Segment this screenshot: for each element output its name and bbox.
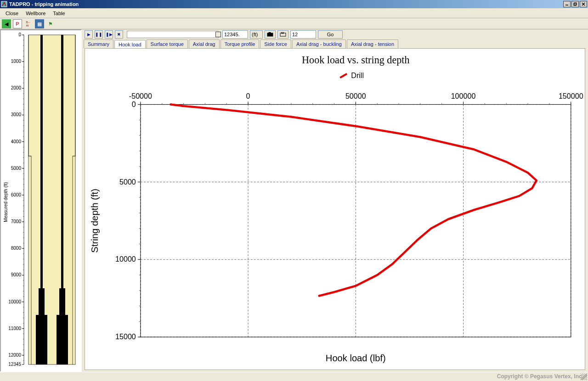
svg-rect-112 <box>269 32 271 34</box>
svg-text:Hook load (lbf): Hook load (lbf) <box>326 353 386 363</box>
go-button[interactable]: Go <box>318 30 343 39</box>
player-bar: ▶❚❚❚▶✖12345.(ft)12Go <box>82 29 588 39</box>
statusbar: Copyright © Pegasus Vertex, Inc. <box>0 372 588 381</box>
svg-text:3000: 3000 <box>11 112 22 117</box>
svg-text:8000: 8000 <box>11 246 22 251</box>
svg-rect-108 <box>59 288 65 315</box>
svg-text:100000: 100000 <box>451 92 476 100</box>
svg-text:10000: 10000 <box>8 299 21 304</box>
tab-surface-torque[interactable]: Surface torque <box>147 39 188 48</box>
menu-table[interactable]: Table <box>49 10 68 17</box>
svg-text:6000: 6000 <box>11 192 22 197</box>
svg-rect-106 <box>61 35 63 288</box>
svg-text:String depth (ft): String depth (ft) <box>90 189 100 253</box>
grid-icon[interactable]: ▦ <box>35 19 44 28</box>
slider-thumb[interactable] <box>215 32 221 37</box>
frame-field[interactable]: 12 <box>290 30 316 39</box>
tab-summary[interactable]: Summary <box>84 39 113 48</box>
svg-text:-50000: -50000 <box>129 92 152 100</box>
depth-field[interactable]: 12345. <box>222 30 248 39</box>
svg-text:15000: 15000 <box>115 332 136 341</box>
window-titlebar: TADPRO - tripping animation <box>0 0 588 8</box>
svg-rect-107 <box>39 288 45 315</box>
app-icon <box>1 1 7 7</box>
svg-text:12000: 12000 <box>8 353 21 358</box>
units-icon[interactable]: ft← m <box>24 19 33 28</box>
toolbar: ◀Pft← m▦⚑ <box>0 18 588 29</box>
copyright-text: Copyright © Pegasus Vertex, Inc. <box>497 373 583 380</box>
svg-text:5000: 5000 <box>11 166 22 171</box>
svg-text:Drill: Drill <box>351 71 364 79</box>
camera-icon[interactable] <box>265 30 276 39</box>
hook-load-chart: Hook load vs. string depthDrill-50000050… <box>85 49 585 370</box>
wellbore-pane: 0100020003000400050006000700080009000100… <box>0 29 82 372</box>
step-icon[interactable]: ❚▶ <box>105 30 113 39</box>
restore-button[interactable] <box>571 1 579 7</box>
svg-text:Measured depth (ft): Measured depth (ft) <box>4 182 8 222</box>
flag-icon[interactable]: ⚑ <box>46 19 55 28</box>
tab-hook-load[interactable]: Hook load <box>114 40 146 49</box>
svg-text:2000: 2000 <box>11 85 22 90</box>
menubar: Close Wellbore Table <box>0 8 588 18</box>
animation-slider[interactable] <box>127 31 219 38</box>
svg-text:7000: 7000 <box>11 219 22 224</box>
svg-text:Hook load vs. string depth: Hook load vs. string depth <box>302 54 409 66</box>
tab-axial-drag-buckling[interactable]: Axial drag - buckling <box>292 39 346 48</box>
right-pane: ▶❚❚❚▶✖12345.(ft)12Go SummaryHook loadSur… <box>82 29 588 372</box>
stop-icon[interactable]: ✖ <box>115 30 123 39</box>
wellbore-schematic: 0100020003000400050006000700080009000100… <box>4 32 80 372</box>
chart-area: Hook load vs. string depthDrill-50000050… <box>85 48 585 370</box>
svg-text:5000: 5000 <box>119 177 136 185</box>
pause-icon[interactable]: ❚❚ <box>95 30 103 39</box>
tab-torque-profile[interactable]: Torque profile <box>220 39 260 48</box>
svg-rect-118 <box>141 105 571 337</box>
back-icon[interactable]: ◀ <box>2 19 11 28</box>
window-controls <box>563 1 587 7</box>
menu-wellbore[interactable]: Wellbore <box>22 10 49 17</box>
resize-grip[interactable] <box>581 374 587 380</box>
tab-axial-drag-tension[interactable]: Axial drag - tension <box>347 39 398 48</box>
window-title: TADPRO - tripping animation <box>9 1 79 7</box>
menu-close[interactable]: Close <box>2 10 22 17</box>
svg-rect-98 <box>28 35 75 364</box>
svg-text:150000: 150000 <box>559 92 583 100</box>
camera-outline-icon[interactable] <box>277 30 288 39</box>
svg-text:11000: 11000 <box>8 326 21 331</box>
svg-text:12345: 12345 <box>8 362 21 367</box>
svg-line-116 <box>340 74 347 78</box>
play-icon[interactable]: ▶ <box>85 30 93 39</box>
svg-rect-105 <box>40 35 43 288</box>
tab-side-force[interactable]: Side force <box>260 39 291 48</box>
svg-text:10000: 10000 <box>115 255 136 263</box>
svg-text:50000: 50000 <box>345 92 366 100</box>
tab-row: SummaryHook loadSurface torqueAxial drag… <box>82 39 588 48</box>
tab-axial-drag[interactable]: Axial drag <box>189 39 220 48</box>
svg-text:0: 0 <box>132 100 136 108</box>
svg-text:0: 0 <box>246 92 250 100</box>
svg-rect-109 <box>36 315 47 364</box>
print-icon[interactable]: P <box>13 19 22 28</box>
close-button[interactable] <box>580 1 587 7</box>
depth-unit: (ft) <box>250 30 263 39</box>
workspace: 0100020003000400050006000700080009000100… <box>0 29 588 372</box>
svg-rect-110 <box>57 315 68 364</box>
svg-text:9000: 9000 <box>11 272 22 277</box>
svg-text:1000: 1000 <box>11 59 22 64</box>
svg-text:0: 0 <box>18 32 21 37</box>
svg-text:4000: 4000 <box>11 139 22 144</box>
minimize-button[interactable] <box>563 1 571 7</box>
